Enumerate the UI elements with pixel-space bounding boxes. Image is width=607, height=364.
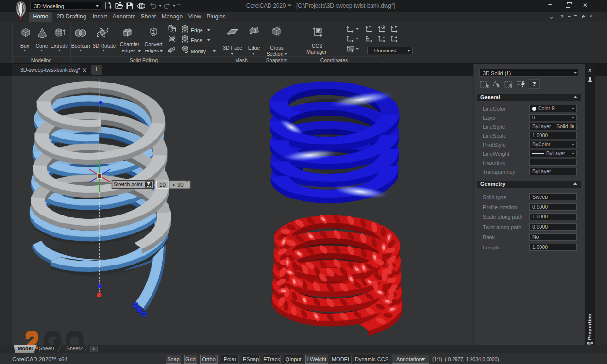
svg-text:°: ° <box>186 180 188 185</box>
svg-text:< 90: < 90 <box>172 182 184 188</box>
svg-text:Stretch point: Stretch point <box>114 182 142 187</box>
svg-text:10: 10 <box>159 182 166 188</box>
